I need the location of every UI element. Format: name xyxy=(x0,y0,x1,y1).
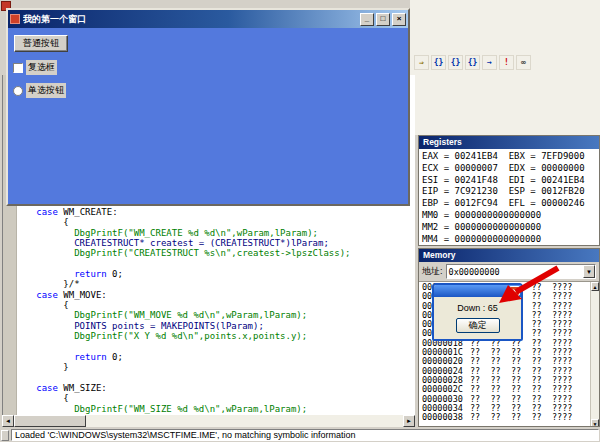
window-title: 我的第一个窗口 xyxy=(23,13,360,26)
show-next-statement-icon[interactable]: ⇒ xyxy=(414,55,429,70)
scroll-left-icon[interactable]: ◄ xyxy=(2,415,14,427)
checkbox-control[interactable]: 复选框 xyxy=(13,60,57,75)
code-line: { xyxy=(20,300,415,310)
ok-button[interactable]: 确定 xyxy=(456,318,500,333)
registers-pane-titlebar[interactable]: Registers xyxy=(419,136,599,149)
my-first-window: 我的第一个窗口 _ □ × 普通按钮 复选框 单选按钮 xyxy=(6,8,410,206)
code-line: case WM_MOVE: xyxy=(20,290,415,300)
code-line: }/* xyxy=(20,279,415,289)
code-line xyxy=(20,341,415,351)
code-line: { xyxy=(20,393,415,403)
step-into-icon[interactable]: {} xyxy=(431,55,446,70)
register-line: EIP = 7C921230 ESP = 0012FB20 xyxy=(422,186,596,198)
screen: ⇒{}{}{}→!∞ case WM_CREATE: { DbgPrintF("… xyxy=(0,0,600,442)
go-icon[interactable]: ! xyxy=(499,55,514,70)
code-line xyxy=(20,259,415,269)
radio-control[interactable]: 单选按钮 xyxy=(13,83,66,98)
radio-label: 单选按钮 xyxy=(26,83,66,98)
register-line: EBP = 0012FC94 EFL = 00000246 xyxy=(422,198,596,210)
close-button[interactable]: × xyxy=(392,13,406,26)
scroll-track xyxy=(14,415,403,427)
annotation-arrow-icon xyxy=(498,262,566,308)
register-line: MM2 = 0000000000000000 xyxy=(422,222,596,234)
maximize-button[interactable]: □ xyxy=(376,13,390,26)
code-line: return 0; xyxy=(20,269,415,279)
checkbox-label: 复选框 xyxy=(26,60,57,75)
memory-pane-titlebar[interactable]: Memory xyxy=(419,249,599,262)
code-line: POINTS points = MAKEPOINTS(lParam); xyxy=(20,321,415,331)
window-controls: _ □ × xyxy=(360,13,406,26)
minimize-button[interactable]: _ xyxy=(360,13,374,26)
combo-dropdown-icon[interactable]: ▼ xyxy=(583,265,595,278)
quick-watch-icon[interactable]: ∞ xyxy=(516,55,531,70)
status-message: Loaded 'C:\WINDOWS\system32\MSCTFIME.IME… xyxy=(11,429,599,441)
code-line xyxy=(20,373,415,383)
status-bar: Loaded 'C:\WINDOWS\system32\MSCTFIME.IME… xyxy=(0,428,600,442)
code-line: case WM_CREATE: xyxy=(20,207,415,217)
status-grip xyxy=(1,430,9,441)
radio-icon xyxy=(13,86,23,96)
code-line: DbgPrintF("WM_CREATE %d %d\n",wParam,lPa… xyxy=(20,228,415,238)
debug-toolbar: ⇒{}{}{}→!∞ xyxy=(414,55,531,70)
run-to-cursor-icon[interactable]: → xyxy=(482,55,497,70)
code-line: DbgPrintF("WM_SIZE %d %d\n",wParam,lPara… xyxy=(20,404,415,414)
toolbar-area: ⇒{}{}{}→!∞ xyxy=(410,0,600,135)
memory-row: 00000038?? ?? ?? ?????? xyxy=(422,413,590,422)
code-line: return 0; xyxy=(20,352,415,362)
checkbox-icon xyxy=(13,63,23,73)
registers-content[interactable]: EAX = 00241EB4 EBX = 7EFD9000ECX = 00000… xyxy=(419,149,599,246)
register-line: EAX = 00241EB4 EBX = 7EFD9000 xyxy=(422,151,596,163)
window-titlebar[interactable]: 我的第一个窗口 _ □ × xyxy=(8,10,408,28)
code-line: DbgPrintF("CREATESTRUCT %s\n",createst->… xyxy=(20,248,415,258)
normal-button[interactable]: 普通按钮 xyxy=(14,35,68,52)
code-line: { xyxy=(20,217,415,227)
step-out-icon[interactable]: {} xyxy=(465,55,480,70)
code-line: DbgPrintF("WM_MOVE %d %d\n",wParam,lPara… xyxy=(20,310,415,320)
code-line: DbgPrintF("X Y %d %d\n",points.x,points.… xyxy=(20,331,415,341)
register-line: MM4 = 0000000000000000 xyxy=(422,234,596,246)
register-line: ESI = 00241F48 EDI = 00241EB4 xyxy=(422,175,596,187)
register-line: ECX = 00000007 EDX = 00000000 xyxy=(422,163,596,175)
scroll-thumb[interactable] xyxy=(14,415,86,427)
memory-scroll-track xyxy=(591,291,599,419)
memory-vscrollbar: ▲ ▼ xyxy=(590,282,599,427)
window-icon xyxy=(10,14,20,24)
code-line: } xyxy=(20,362,415,372)
window-client-area: 普通按钮 复选框 单选按钮 xyxy=(8,28,408,204)
code-line: case WM_SIZE: xyxy=(20,383,415,393)
register-line: MM0 = 0000000000000000 xyxy=(422,210,596,222)
registers-pane: Registers EAX = 00241EB4 EBX = 7EFD9000E… xyxy=(418,135,600,246)
code-hscrollbar: ◄ ► xyxy=(2,415,415,427)
address-label: 地址: xyxy=(422,265,443,278)
code-line: CREATESTRUCT* createst = (CREATESTRUCT*)… xyxy=(20,238,415,248)
scroll-up-icon[interactable]: ▲ xyxy=(591,282,599,291)
scroll-right-icon[interactable]: ► xyxy=(403,415,415,427)
scroll-down-icon[interactable]: ▼ xyxy=(591,419,599,427)
step-over-icon[interactable]: {} xyxy=(448,55,463,70)
